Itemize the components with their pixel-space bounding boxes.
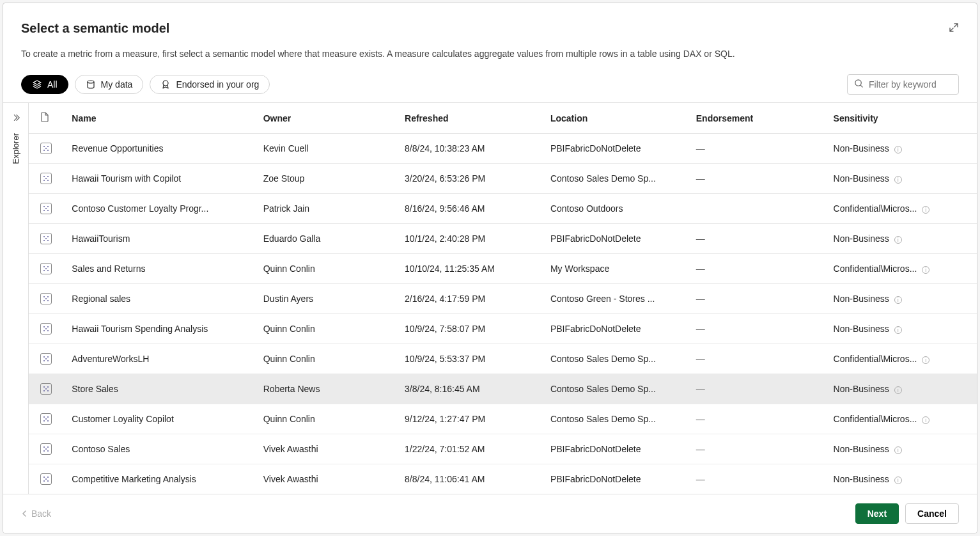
svg-point-8: [43, 176, 45, 177]
table-row[interactable]: Hawaii Tourism with CopilotZoe Stoup3/20…: [29, 164, 977, 194]
back-label: Back: [31, 508, 51, 519]
table-row[interactable]: Competitive Marketing AnalysisVivek Awas…: [29, 464, 977, 494]
svg-point-45: [43, 390, 45, 391]
svg-point-7: [45, 148, 47, 149]
table-row[interactable]: Customer Loyality CopilotQuinn Conlin9/1…: [29, 404, 977, 434]
svg-point-61: [47, 480, 49, 482]
cell-owner: Vivek Awasthi: [257, 464, 398, 494]
table-row[interactable]: AdventureWorksLHQuinn Conlin10/9/24, 5:5…: [29, 344, 977, 374]
svg-point-31: [47, 300, 49, 301]
svg-point-35: [43, 330, 45, 331]
semantic-models-table-wrap[interactable]: Name Owner Refreshed Location Endorsemen…: [29, 103, 977, 494]
svg-point-38: [43, 356, 45, 358]
cell-sensitivity: Confidential\Micros... i: [827, 194, 977, 224]
pill-label: My data: [101, 79, 133, 90]
cell-name: Competitive Marketing Analysis: [65, 464, 256, 494]
svg-point-5: [43, 150, 45, 151]
cell-location: My Workspace: [544, 254, 690, 284]
info-icon: i: [894, 296, 902, 304]
pill-label: All: [47, 79, 58, 90]
svg-point-4: [47, 146, 49, 147]
search-input[interactable]: [869, 79, 952, 90]
svg-point-13: [43, 206, 45, 207]
svg-point-54: [47, 446, 49, 448]
semantic-model-icon: [40, 383, 52, 395]
svg-point-58: [43, 477, 45, 478]
cell-owner: Dustin Ayers: [257, 284, 398, 314]
search-box[interactable]: [847, 74, 959, 95]
table-row[interactable]: Regional salesDustin Ayers2/16/24, 4:17:…: [29, 284, 977, 314]
column-header-endorsement[interactable]: Endorsement: [690, 103, 827, 134]
table-row[interactable]: Contoso Customer Loyalty Progr...Patrick…: [29, 194, 977, 224]
back-button: Back: [21, 508, 51, 519]
svg-point-48: [43, 416, 45, 418]
dialog-header: Select a semantic model: [3, 3, 977, 41]
table-row[interactable]: Sales and ReturnsQuinn Conlin10/10/24, 1…: [29, 254, 977, 284]
table-row[interactable]: Store SalesRoberta News3/8/24, 8:16:45 A…: [29, 374, 977, 404]
cell-sensitivity: Confidential\Micros... i: [827, 404, 977, 434]
cell-location: PBIFabricDoNotDelete: [544, 134, 690, 164]
cancel-button[interactable]: Cancel: [905, 503, 959, 524]
cell-endorsement: —: [690, 254, 827, 284]
cell-location: Contoso Sales Demo Sp...: [544, 164, 690, 194]
footer-buttons: Next Cancel: [855, 503, 959, 524]
svg-point-42: [45, 358, 47, 359]
info-icon: i: [894, 326, 902, 334]
cell-location: PBIFabricDoNotDelete: [544, 434, 690, 464]
svg-point-56: [47, 450, 49, 452]
cell-refreshed: 2/16/24, 4:17:59 PM: [398, 284, 544, 314]
pill-all[interactable]: All: [21, 75, 68, 94]
cell-sensitivity: Non-Business i: [827, 434, 977, 464]
expand-icon[interactable]: [949, 22, 959, 35]
table-row[interactable]: HawaiiTourismEduardo Galla10/1/24, 2:40:…: [29, 224, 977, 254]
cell-refreshed: 3/8/24, 8:16:45 AM: [398, 374, 544, 404]
chevron-right-icon[interactable]: [12, 113, 20, 124]
cell-location: PBIFabricDoNotDelete: [544, 314, 690, 344]
cell-name: Hawaii Tourism with Copilot: [65, 164, 256, 194]
column-header-refreshed[interactable]: Refreshed: [398, 103, 544, 134]
cell-sensitivity: Non-Business i: [827, 224, 977, 254]
svg-point-60: [43, 480, 45, 482]
svg-point-1: [163, 81, 168, 86]
page-icon: [40, 114, 49, 124]
pill-endorsed[interactable]: Endorsed in your org: [150, 75, 270, 94]
semantic-model-icon: [40, 473, 52, 485]
svg-point-28: [43, 296, 45, 297]
svg-point-52: [45, 418, 47, 420]
cell-endorsement: —: [690, 374, 827, 404]
cell-sensitivity: Non-Business i: [827, 314, 977, 344]
table-row[interactable]: Revenue OpportunitiesKevin Cuell8/8/24, …: [29, 134, 977, 164]
svg-point-10: [43, 180, 45, 181]
svg-point-29: [47, 296, 49, 297]
pill-my-data[interactable]: My data: [75, 75, 144, 94]
cell-sensitivity: Non-Business i: [827, 284, 977, 314]
cell-name: Contoso Sales: [65, 434, 256, 464]
semantic-model-icon: [40, 443, 52, 455]
cell-refreshed: 9/12/24, 1:27:47 PM: [398, 404, 544, 434]
info-icon: i: [922, 416, 929, 424]
cell-name: Sales and Returns: [65, 254, 256, 284]
column-header-type[interactable]: [29, 103, 65, 134]
cell-endorsement: —: [690, 134, 827, 164]
svg-point-15: [43, 210, 45, 211]
column-header-name[interactable]: Name: [65, 103, 256, 134]
cell-owner: Quinn Conlin: [257, 254, 398, 284]
table-row[interactable]: Contoso SalesVivek Awasthi1/22/24, 7:01:…: [29, 434, 977, 464]
column-header-sensitivity[interactable]: Sensitivity: [827, 103, 977, 134]
svg-point-6: [47, 150, 49, 151]
cell-refreshed: 8/8/24, 10:38:23 AM: [398, 134, 544, 164]
info-icon: i: [922, 206, 929, 214]
svg-point-3: [43, 146, 45, 147]
column-header-location[interactable]: Location: [544, 103, 690, 134]
sidebar-label: Explorer: [11, 133, 20, 164]
semantic-model-icon: [40, 323, 52, 335]
svg-point-62: [45, 478, 47, 480]
cell-endorsement: —: [690, 314, 827, 344]
cell-name: Contoso Customer Loyalty Progr...: [65, 194, 256, 224]
next-button[interactable]: Next: [855, 503, 899, 524]
column-header-owner[interactable]: Owner: [257, 103, 398, 134]
cell-refreshed: 8/16/24, 9:56:46 AM: [398, 194, 544, 224]
info-icon: i: [894, 146, 902, 154]
table-row[interactable]: Hawaii Tourism Spending AnalysisQuinn Co…: [29, 314, 977, 344]
cell-sensitivity: Non-Business i: [827, 164, 977, 194]
